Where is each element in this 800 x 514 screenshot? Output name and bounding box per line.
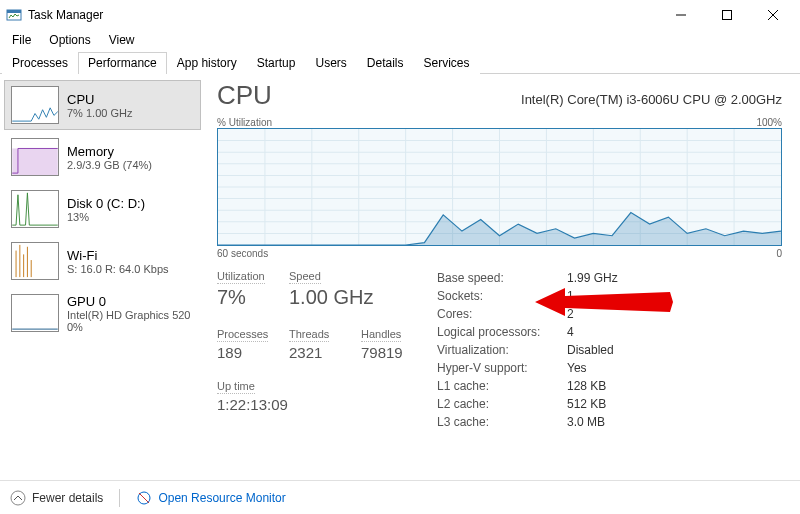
- svg-line-36: [139, 493, 149, 503]
- sidebar-item-wifi[interactable]: Wi-Fi S: 16.0 R: 64.0 Kbps: [4, 236, 201, 286]
- cpu-spec-key: Base speed:: [437, 271, 567, 285]
- cpu-spec-key: Logical processors:: [437, 325, 567, 339]
- tab-processes[interactable]: Processes: [2, 52, 78, 74]
- uptime-value: 1:22:13:09: [217, 396, 417, 413]
- speed-value: 1.00 GHz: [289, 286, 419, 309]
- handles-label: Handles: [361, 328, 401, 342]
- svg-rect-6: [12, 148, 57, 175]
- speed-label: Speed: [289, 270, 321, 284]
- cpu-spec-value: 128 KB: [567, 379, 606, 393]
- sidebar-cpu-title: CPU: [67, 92, 132, 107]
- uptime-label: Up time: [217, 380, 255, 394]
- disk-thumb-icon: [11, 190, 59, 228]
- cpu-spec-key: L1 cache:: [437, 379, 567, 393]
- cpu-spec-row: Base speed:1.99 GHz: [437, 269, 782, 287]
- sidebar-cpu-sub: 7% 1.00 GHz: [67, 107, 132, 119]
- cpu-spec-row: L3 cache:3.0 MB: [437, 413, 782, 431]
- sidebar-wifi-sub: S: 16.0 R: 64.0 Kbps: [67, 263, 169, 275]
- memory-thumb-icon: [11, 138, 59, 176]
- cpu-spec-row: L2 cache:512 KB: [437, 395, 782, 413]
- cpu-spec-value: Disabled: [567, 343, 614, 357]
- cpu-spec-key: L3 cache:: [437, 415, 567, 429]
- sidebar-mem-sub: 2.9/3.9 GB (74%): [67, 159, 152, 171]
- cpu-spec-row: Logical processors:4: [437, 323, 782, 341]
- graph-label-tr: 100%: [756, 117, 782, 128]
- utilization-label: Utilization: [217, 270, 265, 284]
- handles-value: 79819: [361, 344, 433, 361]
- sidebar-gpu-sub: Intel(R) HD Graphics 520 0%: [67, 309, 191, 333]
- cpu-spec-value: 1: [567, 289, 574, 303]
- window-controls: [658, 0, 796, 30]
- cpu-spec-row: L1 cache:128 KB: [437, 377, 782, 395]
- cpu-spec-value: 3.0 MB: [567, 415, 605, 429]
- sidebar-disk-title: Disk 0 (C: D:): [67, 196, 145, 211]
- tab-services[interactable]: Services: [414, 52, 480, 74]
- cpu-spec-row: Virtualization:Disabled: [437, 341, 782, 359]
- window-title: Task Manager: [28, 8, 103, 22]
- sidebar-item-gpu[interactable]: GPU 0 Intel(R) HD Graphics 520 0%: [4, 288, 201, 338]
- cpu-spec-value: Yes: [567, 361, 587, 375]
- cpu-model-name: Intel(R) Core(TM) i3-6006U CPU @ 2.00GHz: [521, 92, 782, 107]
- cpu-static-stats: Base speed:1.99 GHzSockets:1Cores:2Logic…: [437, 269, 782, 431]
- menu-file[interactable]: File: [4, 31, 39, 49]
- cpu-spec-key: Virtualization:: [437, 343, 567, 357]
- maximize-button[interactable]: [704, 0, 750, 30]
- task-manager-window: Task Manager File Options View Processes…: [0, 0, 800, 514]
- cpu-spec-key: Hyper-V support:: [437, 361, 567, 375]
- page-title: CPU: [217, 80, 272, 111]
- fewer-details-button[interactable]: Fewer details: [10, 490, 103, 506]
- sidebar-wifi-title: Wi-Fi: [67, 248, 169, 263]
- sidebar-item-cpu[interactable]: CPU 7% 1.00 GHz: [4, 80, 201, 130]
- fewer-details-label: Fewer details: [32, 491, 103, 505]
- sidebar-mem-title: Memory: [67, 144, 152, 159]
- threads-label: Threads: [289, 328, 329, 342]
- tab-details[interactable]: Details: [357, 52, 414, 74]
- cpu-spec-key: Cores:: [437, 307, 567, 321]
- app-icon: [6, 7, 22, 23]
- sidebar-item-disk[interactable]: Disk 0 (C: D:) 13%: [4, 184, 201, 234]
- cpu-spec-value: 4: [567, 325, 574, 339]
- graph-label-bl: 60 seconds: [217, 248, 268, 259]
- cpu-spec-value: 512 KB: [567, 397, 606, 411]
- cpu-thumb-icon: [11, 86, 59, 124]
- menu-view[interactable]: View: [101, 31, 143, 49]
- sidebar-item-memory[interactable]: Memory 2.9/3.9 GB (74%): [4, 132, 201, 182]
- sidebar-gpu-title: GPU 0: [67, 294, 191, 309]
- tab-users[interactable]: Users: [305, 52, 356, 74]
- tab-strip: Processes Performance App history Startu…: [0, 50, 800, 74]
- processes-label: Processes: [217, 328, 268, 342]
- titlebar: Task Manager: [0, 0, 800, 30]
- threads-value: 2321: [289, 344, 361, 361]
- resource-monitor-icon: [136, 490, 152, 506]
- menubar: File Options View: [0, 30, 800, 50]
- processes-value: 189: [217, 344, 289, 361]
- open-resource-monitor-link[interactable]: Open Resource Monitor: [136, 490, 285, 506]
- perf-sidebar: CPU 7% 1.00 GHz Memory 2.9/3.9 GB (74%): [0, 74, 205, 480]
- cpu-utilization-graph[interactable]: [217, 128, 782, 246]
- tab-app-history[interactable]: App history: [167, 52, 247, 74]
- cpu-spec-value: 2: [567, 307, 574, 321]
- cpu-spec-value: 1.99 GHz: [567, 271, 618, 285]
- cpu-spec-row: Sockets:1: [437, 287, 782, 305]
- open-resource-monitor-label: Open Resource Monitor: [158, 491, 285, 505]
- svg-rect-3: [723, 11, 732, 20]
- tab-performance[interactable]: Performance: [78, 52, 167, 74]
- sidebar-disk-sub: 13%: [67, 211, 145, 223]
- close-button[interactable]: [750, 0, 796, 30]
- footer-separator: [119, 489, 120, 507]
- gpu-thumb-icon: [11, 294, 59, 332]
- graph-label-br: 0: [776, 248, 782, 259]
- cpu-spec-row: Hyper-V support:Yes: [437, 359, 782, 377]
- cpu-live-stats: Utilization 7% Speed 1.00 GHz Processes …: [217, 269, 437, 431]
- perf-main-panel: CPU Intel(R) Core(TM) i3-6006U CPU @ 2.0…: [205, 74, 800, 480]
- svg-rect-1: [7, 10, 21, 13]
- cpu-spec-row: Cores:2: [437, 305, 782, 323]
- wifi-thumb-icon: [11, 242, 59, 280]
- cpu-spec-key: L2 cache:: [437, 397, 567, 411]
- chevron-up-circle-icon: [10, 490, 26, 506]
- menu-options[interactable]: Options: [41, 31, 98, 49]
- cpu-spec-key: Sockets:: [437, 289, 567, 303]
- tab-startup[interactable]: Startup: [247, 52, 306, 74]
- minimize-button[interactable]: [658, 0, 704, 30]
- footer-bar: Fewer details Open Resource Monitor: [0, 480, 800, 514]
